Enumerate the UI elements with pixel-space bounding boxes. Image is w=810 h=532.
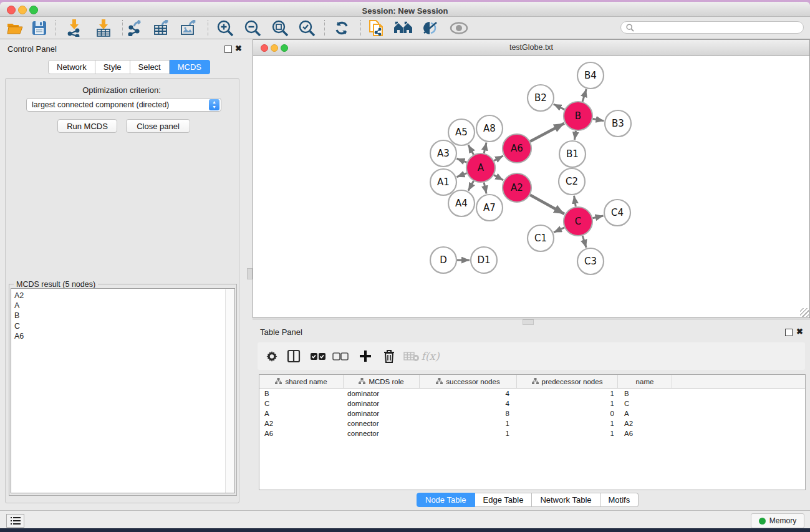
table-cell[interactable]: 8 — [420, 410, 517, 417]
graph-edge-A-A6[interactable] — [494, 156, 503, 161]
zoom-out-icon[interactable] — [243, 19, 263, 37]
zoom-fit-icon[interactable] — [270, 19, 290, 37]
table-cell[interactable]: C — [259, 400, 344, 407]
tab-style[interactable]: Style — [95, 60, 130, 74]
mcds-result-item[interactable]: A6 — [14, 331, 24, 341]
table-panel-float-icon[interactable] — [785, 329, 793, 336]
deselect-all-icon[interactable] — [331, 347, 350, 365]
table-row[interactable]: Bdominator41B — [259, 389, 805, 399]
graph-edge-B-B3[interactable] — [593, 118, 604, 120]
column-header-name[interactable]: name — [618, 375, 672, 388]
table-cell[interactable]: connector — [344, 430, 420, 437]
table-cell[interactable]: C — [618, 400, 672, 407]
table-cell[interactable]: 1 — [517, 420, 618, 427]
table-cell[interactable]: 4 — [420, 400, 517, 407]
control-panel-float-icon[interactable] — [224, 46, 232, 53]
graph-edge-B-B1[interactable] — [574, 131, 576, 140]
table-cell[interactable]: dominator — [344, 400, 420, 407]
export-image-icon[interactable] — [179, 19, 199, 37]
add-column-icon[interactable] — [356, 347, 375, 365]
table-cell[interactable]: 1 — [517, 390, 618, 397]
tab-network[interactable]: Network — [48, 60, 95, 74]
tab-node-table[interactable]: Node Table — [417, 493, 475, 507]
graph-edge-A-A1[interactable] — [456, 173, 466, 177]
table-cell[interactable]: A — [259, 410, 344, 417]
delete-table-icon[interactable] — [402, 347, 421, 365]
vertical-splitter-handle[interactable] — [247, 268, 253, 279]
graph-edge-A6-B[interactable] — [530, 123, 564, 142]
column-header-mcds-role[interactable]: MCDS role — [344, 375, 420, 388]
control-panel-close-icon[interactable]: ✖ — [235, 46, 242, 52]
tab-network-table[interactable]: Network Table — [532, 493, 600, 507]
function-builder-icon[interactable]: f(x) — [421, 347, 440, 365]
table-cell[interactable]: A — [618, 410, 672, 417]
graph-edge-C-C2[interactable] — [574, 196, 576, 207]
memory-button[interactable]: Memory — [751, 513, 804, 528]
task-history-button[interactable] — [6, 514, 24, 528]
clone-network-icon[interactable] — [367, 19, 387, 37]
import-network-icon[interactable] — [64, 19, 84, 37]
table-cell[interactable]: A2 — [618, 420, 672, 427]
criterion-dropdown[interactable]: largest connected component (directed) ▲… — [26, 98, 221, 112]
export-network-icon[interactable] — [125, 19, 145, 37]
column-header-successor-nodes[interactable]: successor nodes — [420, 375, 517, 388]
horizontal-splitter-handle[interactable] — [523, 319, 534, 325]
table-cell[interactable]: A2 — [259, 420, 344, 427]
zoom-in-icon[interactable] — [215, 19, 235, 37]
select-all-icon[interactable] — [309, 347, 327, 365]
column-header-shared-name[interactable]: shared name — [259, 375, 344, 388]
list-scrollbar[interactable] — [225, 289, 234, 493]
tab-motifs[interactable]: Motifs — [600, 493, 639, 507]
zoom-selected-icon[interactable] — [297, 19, 317, 37]
import-table-icon[interactable] — [94, 19, 113, 37]
graph-edge-A-A2[interactable] — [494, 175, 503, 180]
main-titlebar[interactable]: Session: New Session — [0, 2, 810, 17]
graph-edge-B-B4[interactable] — [582, 89, 586, 102]
graph-edge-C-C4[interactable] — [592, 216, 603, 218]
close-panel-button[interactable]: Close panel — [126, 119, 190, 133]
mcds-result-item[interactable]: A2 — [14, 291, 24, 301]
table-row[interactable]: Cdominator41C — [259, 399, 805, 409]
graph-edge-A-A8[interactable] — [484, 142, 486, 153]
table-row[interactable]: A6connector11A6 — [259, 428, 805, 438]
network-window-titlebar[interactable]: testGlobe.txt — [253, 40, 809, 56]
graph-edge-B-B2[interactable] — [554, 104, 565, 110]
delete-column-trash-icon[interactable] — [380, 347, 398, 365]
mcds-result-item[interactable]: B — [14, 311, 24, 321]
table-cell[interactable]: 4 — [420, 390, 517, 397]
table-panel-close-icon[interactable]: ✖ — [796, 329, 803, 335]
mcds-result-item[interactable]: A — [14, 301, 24, 311]
graph-edge-A2-C[interactable] — [530, 195, 564, 214]
search-input[interactable] — [620, 21, 804, 34]
window-resize-grip[interactable] — [800, 308, 809, 317]
table-cell[interactable]: A6 — [618, 430, 672, 437]
graph-edge-A-A7[interactable] — [484, 182, 486, 193]
table-cell[interactable]: 1 — [517, 430, 618, 437]
table-cell[interactable]: 1 — [420, 420, 517, 427]
hide-graphics-details-icon[interactable] — [420, 19, 440, 37]
mcds-result-item[interactable]: C — [14, 321, 24, 331]
tab-select[interactable]: Select — [130, 60, 170, 74]
table-cell[interactable]: B — [618, 390, 672, 397]
column-header-predecessor-nodes[interactable]: predecessor nodes — [517, 375, 618, 388]
table-cell[interactable]: 1 — [517, 400, 618, 407]
run-mcds-button[interactable]: Run MCDS — [57, 119, 117, 133]
save-session-icon[interactable] — [29, 19, 49, 37]
tab-mcds[interactable]: MCDS — [170, 60, 210, 74]
column-panel-icon[interactable] — [284, 347, 303, 365]
network-graph-canvas[interactable]: B4B2BB3A8A5A6A3B1AC2A1A2A4A7C4CC1C3DD1 — [253, 56, 809, 317]
show-graphics-details-icon[interactable] — [449, 19, 469, 37]
graph-edge-C-C3[interactable] — [582, 236, 586, 248]
graph-edge-A-A4[interactable] — [468, 181, 474, 191]
table-cell[interactable]: B — [259, 390, 344, 397]
node-table[interactable]: shared name MCDS role successor nodes pr… — [259, 374, 806, 490]
table-cell[interactable]: A6 — [259, 430, 344, 437]
refresh-icon[interactable] — [332, 19, 352, 37]
table-row[interactable]: A2connector11A2 — [259, 418, 805, 428]
mcds-result-list[interactable]: A2ABCA6 — [11, 288, 235, 493]
graph-edge-A-A3[interactable] — [456, 158, 466, 162]
table-row[interactable]: Adominator80A — [259, 409, 805, 418]
show-all-networks-icon[interactable] — [393, 19, 413, 37]
export-table-icon[interactable] — [152, 19, 172, 37]
table-cell[interactable]: connector — [344, 420, 420, 427]
